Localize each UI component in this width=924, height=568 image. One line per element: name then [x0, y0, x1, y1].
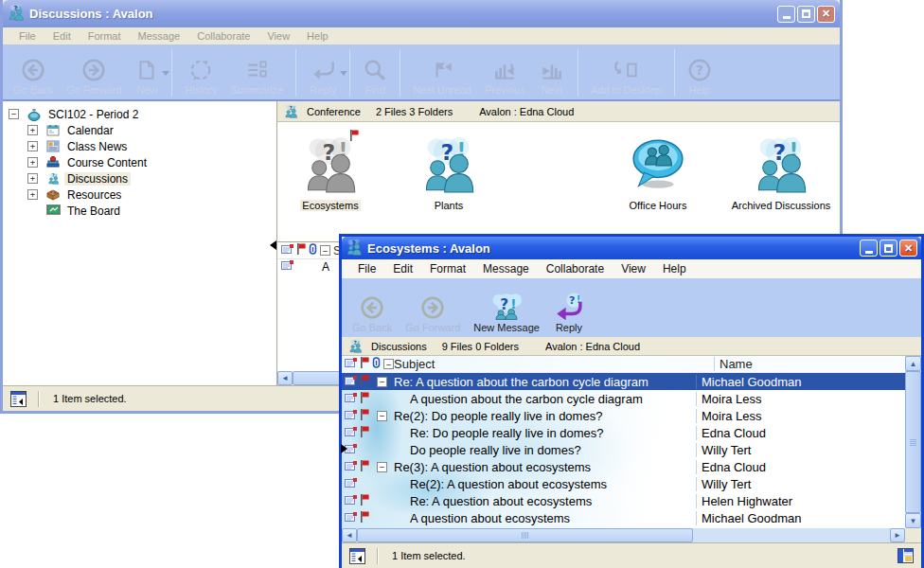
- tree-item-the-board[interactable]: The Board: [3, 203, 276, 219]
- panel-toggle-icon[interactable]: [10, 391, 27, 407]
- tree-item-class-news[interactable]: + Class News: [3, 138, 276, 154]
- conference-label: Conference: [307, 106, 361, 117]
- message-row[interactable]: − Re(2): Do people really live in domes?…: [342, 407, 905, 424]
- add-to-desktop-button[interactable]: Add to Desktop: [584, 47, 668, 98]
- next-button[interactable]: Next: [532, 47, 572, 98]
- go-back-icon: [360, 295, 384, 320]
- message-row[interactable]: Do people really live in domes? Willy Te…: [342, 441, 905, 458]
- maximize-button[interactable]: [797, 6, 815, 23]
- menu-view[interactable]: View: [613, 260, 654, 277]
- menu-view[interactable]: View: [258, 28, 298, 44]
- message-row[interactable]: Re: A question about ecosystems Helen Hi…: [342, 492, 905, 509]
- window-ecosystems: ? ! Ecosystems : Avalon ✕ FileEditFormat…: [339, 234, 924, 568]
- collapse-icon[interactable]: −: [377, 411, 387, 421]
- menu-format[interactable]: Format: [421, 260, 474, 277]
- close-button[interactable]: ✕: [899, 240, 917, 257]
- tree-item-resources[interactable]: + Resources: [3, 186, 276, 203]
- conference-ecosystems[interactable]: ? ! Ecosystems: [269, 130, 392, 211]
- next-unread-button[interactable]: Next Unread: [406, 47, 478, 98]
- subject-column-header[interactable]: Subject: [394, 357, 714, 371]
- scroll-left-button[interactable]: ◄: [277, 371, 293, 385]
- go-back-button[interactable]: Go Back: [346, 281, 399, 336]
- scroll-up-button[interactable]: ▲: [905, 356, 921, 371]
- history-button[interactable]: History: [178, 47, 223, 98]
- pane-split-marker[interactable]: [270, 240, 276, 250]
- message-row[interactable]: A question about the carbon cycle diagra…: [342, 390, 905, 407]
- reply-button[interactable]: Reply: [302, 47, 344, 98]
- toolbar-button-label: Add to Desktop: [591, 84, 662, 96]
- conference-archived-discussions[interactable]: ? ! Archived Discussions: [720, 130, 843, 211]
- summarize-button[interactable]: Summarize: [224, 47, 291, 98]
- menu-collaborate[interactable]: Collaborate: [538, 260, 613, 277]
- menu-file[interactable]: File: [349, 260, 384, 277]
- menu-help[interactable]: Help: [298, 28, 337, 44]
- message-row[interactable]: − Re: A question about the carbon cycle …: [342, 373, 905, 390]
- minimize-button[interactable]: [777, 6, 795, 23]
- dropdown-arrow-icon[interactable]: [340, 71, 347, 76]
- envelope-icon: [345, 460, 357, 474]
- menu-format[interactable]: Format: [80, 28, 130, 44]
- conference-office-hours[interactable]: Office Hours: [596, 130, 720, 211]
- collapse-all-icon[interactable]: −: [383, 359, 394, 369]
- scrollbar-thumb[interactable]: [357, 528, 693, 542]
- find-icon: [363, 58, 387, 82]
- reply-button[interactable]: ?!Reply: [546, 281, 592, 336]
- message-row[interactable]: Re(2): A question about ecosystems Willy…: [342, 475, 905, 492]
- previous-button[interactable]: Previous: [478, 47, 532, 98]
- expand-icon[interactable]: +: [27, 173, 38, 184]
- toolbar-separator: [674, 49, 675, 97]
- horizontal-scrollbar[interactable]: ◄ ►: [342, 528, 905, 542]
- help-button[interactable]: ?Help: [681, 47, 719, 98]
- column-header-row[interactable]: − Subject Name: [342, 356, 905, 373]
- vertical-scrollbar[interactable]: ▲ ▼: [905, 356, 921, 528]
- scroll-left-button[interactable]: ◄: [342, 528, 357, 542]
- tree-item-calendar[interactable]: + Calendar: [3, 122, 276, 138]
- expand-icon[interactable]: +: [27, 125, 38, 135]
- message-row[interactable]: A question about ecosystems Michael Good…: [342, 509, 905, 526]
- collapse-icon[interactable]: −: [9, 109, 19, 119]
- menu-edit[interactable]: Edit: [44, 28, 80, 44]
- title-bar[interactable]: ? ! Ecosystems : Avalon ✕: [342, 237, 921, 259]
- menu-edit[interactable]: Edit: [384, 260, 421, 277]
- find-button[interactable]: Find: [356, 47, 394, 98]
- maximize-button[interactable]: [880, 240, 897, 257]
- name-column-header[interactable]: Name: [714, 357, 905, 371]
- go-forward-button[interactable]: Go Forward: [399, 281, 467, 336]
- message-row[interactable]: Re: Do people really live in domes? Edna…: [342, 424, 905, 441]
- collapse-icon[interactable]: −: [377, 377, 387, 387]
- pane-split-marker[interactable]: [341, 444, 347, 453]
- menu-message[interactable]: Message: [474, 260, 538, 277]
- expand-icon[interactable]: +: [27, 157, 38, 168]
- tree-item-course-content[interactable]: + Course Content: [3, 154, 276, 170]
- menu-collaborate[interactable]: Collaborate: [188, 28, 258, 44]
- status-separator: [377, 548, 379, 564]
- expand-icon[interactable]: +: [27, 189, 38, 200]
- menu-message[interactable]: Message: [130, 28, 189, 44]
- collapse-all-icon[interactable]: −: [320, 245, 330, 256]
- tree-root-sci102[interactable]: − SCI102 - Period 2: [3, 106, 276, 122]
- envelope-icon: [345, 409, 357, 423]
- scroll-down-button[interactable]: ▼: [905, 513, 921, 528]
- scrollbar-thumb[interactable]: [905, 371, 921, 513]
- tree-item-discussions[interactable]: + ? ! Discussions: [3, 170, 276, 186]
- message-row[interactable]: − Re(3): A question about ecosystems Edn…: [342, 458, 905, 475]
- new-button[interactable]: New: [128, 47, 166, 98]
- expand-icon[interactable]: +: [27, 141, 38, 151]
- menu-help[interactable]: Help: [654, 260, 695, 277]
- discussion-people-icon: ? !: [300, 130, 361, 200]
- go-forward-button[interactable]: Go Forward: [60, 47, 128, 98]
- title-bar[interactable]: ? ! Discussions : Avalon ✕: [3, 0, 840, 27]
- scroll-right-button[interactable]: ►: [890, 528, 905, 542]
- dropdown-arrow-icon[interactable]: [162, 71, 169, 76]
- discussions-icon: ? !: [347, 339, 364, 353]
- minimize-button[interactable]: [860, 240, 878, 257]
- conference-plants[interactable]: ? ! Plants: [387, 130, 510, 211]
- panel-toggle-icon[interactable]: [349, 548, 365, 564]
- go-back-button[interactable]: Go Back: [7, 47, 60, 98]
- view-grid-icon[interactable]: [897, 548, 914, 563]
- new-message-button[interactable]: ?!New Message: [467, 281, 546, 336]
- menu-file[interactable]: File: [10, 28, 44, 44]
- close-button[interactable]: ✕: [817, 6, 835, 23]
- collapse-icon[interactable]: −: [377, 462, 387, 472]
- conference-icon-area: ? ! Ecosystems ? ! Plants Office Hours ?…: [277, 122, 840, 241]
